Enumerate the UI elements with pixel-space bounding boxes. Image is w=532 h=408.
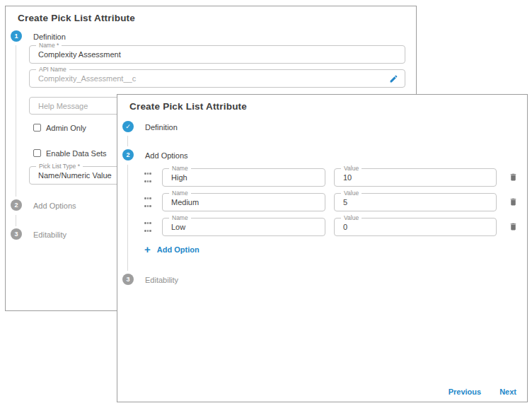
step1-indicator: 1	[11, 30, 22, 42]
pencil-icon	[389, 74, 398, 83]
step3-label: Editability	[33, 231, 66, 239]
delete-option-button[interactable]	[508, 221, 518, 232]
add-option-label: Add Option	[157, 245, 200, 254]
step1-number: 1	[14, 33, 18, 40]
step2-indicator: 2	[11, 199, 22, 211]
dialog-footer: Previous Next	[449, 387, 516, 396]
step3-indicator: 3	[122, 274, 134, 285]
stepper-connector	[16, 215, 16, 226]
option-value-value: 10	[343, 169, 352, 186]
step1-indicator-complete: ✓	[122, 121, 134, 132]
check-icon: ✓	[125, 123, 131, 130]
option-name-value: Low	[171, 218, 185, 235]
trash-icon	[509, 221, 518, 232]
stepper-connector	[127, 165, 128, 271]
option-value-field[interactable]: Value 10	[334, 168, 497, 187]
stepper-connector	[127, 136, 128, 146]
next-button[interactable]: Next	[499, 387, 516, 396]
admin-only-checkbox[interactable]	[33, 124, 41, 132]
screen: Create Pick List Attribute 1 Definition …	[0, 0, 532, 408]
name-field[interactable]: Name * Complexity Assessment	[29, 45, 405, 64]
option-name-value: Medium	[171, 194, 199, 211]
option-value-value: 0	[343, 218, 347, 235]
option-name-field[interactable]: Name High	[162, 168, 325, 187]
previous-button[interactable]: Previous	[449, 387, 481, 396]
delete-option-button[interactable]	[508, 196, 518, 207]
option-name-field[interactable]: Name Medium	[162, 193, 325, 211]
step1-label: Definition	[145, 123, 178, 132]
step3-number: 3	[126, 276, 129, 283]
option-value-field[interactable]: Value 5	[334, 193, 497, 211]
step3-label: Editability	[145, 276, 178, 284]
add-option-button[interactable]: + Add Option	[144, 245, 200, 255]
step2-number: 2	[126, 151, 129, 158]
delete-option-button[interactable]	[508, 171, 518, 182]
enable-data-sets-label: Enable Data Sets	[46, 149, 107, 158]
help-message-placeholder: Help Message	[38, 98, 88, 114]
step2-label: Add Options	[33, 202, 76, 210]
option-name-field[interactable]: Name Low	[162, 218, 325, 236]
dialog-title: Create Pick List Attribute	[18, 13, 135, 23]
option-value-field[interactable]: Value 0	[334, 218, 497, 236]
enable-data-sets-checkbox[interactable]	[33, 149, 41, 157]
create-pick-list-dialog-add-options: Create Pick List Attribute ✓ Definition …	[117, 94, 528, 402]
step2-indicator: 2	[122, 149, 134, 161]
option-name-value: High	[171, 169, 187, 186]
trash-icon	[509, 172, 518, 182]
step2-number: 2	[14, 202, 18, 209]
step1-label: Definition	[33, 33, 66, 41]
edit-api-name-button[interactable]	[389, 74, 398, 83]
trash-icon	[509, 197, 518, 207]
step2-label: Add Options	[145, 151, 188, 160]
drag-handle-icon[interactable]	[144, 197, 151, 207]
name-field-value: Complexity Assessment	[38, 46, 121, 63]
drag-handle-icon[interactable]	[144, 173, 151, 182]
plus-icon: +	[144, 245, 151, 255]
dialog-title: Create Pick List Attribute	[129, 101, 247, 112]
step3-number: 3	[14, 231, 18, 238]
admin-only-label: Admin Only	[46, 124, 86, 132]
drag-handle-icon[interactable]	[144, 222, 151, 232]
api-name-field[interactable]: API Name Complexity_Assessment__c	[29, 69, 405, 88]
pick-list-type-value: Name/Numeric Value	[38, 167, 112, 184]
api-name-field-value: Complexity_Assessment__c	[38, 70, 136, 87]
stepper-connector	[16, 45, 16, 197]
step3-indicator: 3	[11, 228, 22, 240]
option-value-value: 5	[343, 194, 347, 211]
